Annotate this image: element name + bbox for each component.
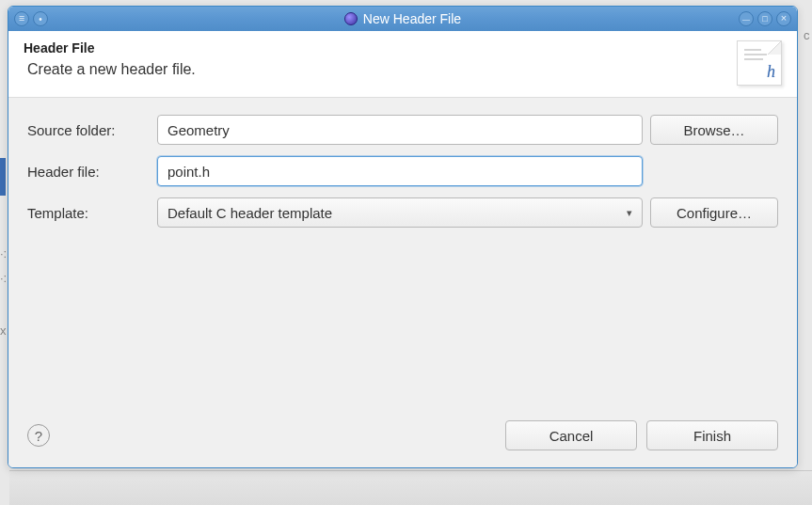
header-file-icon: h — [737, 40, 782, 86]
titlebar[interactable]: New Header File — [8, 7, 797, 31]
header-file-label: Header file: — [27, 164, 150, 180]
template-label: Template: — [27, 205, 150, 221]
page-title: Header File — [24, 40, 196, 55]
window-pin-button[interactable] — [33, 11, 48, 26]
background-letter: x — [0, 324, 7, 338]
cancel-button[interactable]: Cancel — [505, 420, 637, 450]
page-subtitle: Create a new header file. — [24, 61, 196, 78]
dialog-window: New Header File Header File Create a new… — [8, 6, 798, 468]
help-icon: ? — [35, 428, 42, 444]
background-letter: ·: — [0, 271, 7, 285]
window-menu-button[interactable] — [14, 11, 29, 26]
background-letter: ·: — [0, 246, 7, 260]
background-selection-bar — [0, 158, 6, 196]
eclipse-icon — [344, 12, 358, 25]
finish-button[interactable]: Finish — [646, 420, 778, 450]
browse-button[interactable]: Browse… — [650, 115, 778, 145]
maximize-button[interactable] — [757, 11, 772, 26]
form-area: Source folder: Browse… Header file: Temp… — [8, 98, 797, 411]
help-button[interactable]: ? — [27, 424, 50, 447]
template-selected-value: Default C header template — [167, 205, 332, 221]
dialog-footer: ? Cancel Finish — [8, 411, 797, 467]
window-title: New Header File — [363, 11, 461, 26]
source-folder-label: Source folder: — [27, 122, 150, 138]
background-statusbar — [9, 470, 812, 505]
close-button[interactable] — [776, 11, 791, 26]
template-dropdown[interactable]: Default C header template ▾ — [157, 197, 643, 228]
source-folder-input[interactable] — [157, 115, 643, 145]
header-file-input[interactable] — [157, 156, 643, 186]
minimize-button[interactable] — [739, 11, 754, 26]
background-letter: c — [804, 28, 810, 42]
wizard-header: Header File Create a new header file. h — [8, 31, 797, 98]
configure-button[interactable]: Configure… — [650, 197, 778, 228]
chevron-down-icon: ▾ — [627, 207, 632, 219]
